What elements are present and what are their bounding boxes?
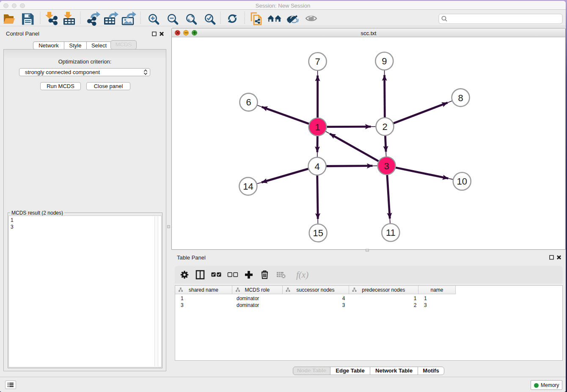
- svg-text:10: 10: [457, 176, 467, 187]
- svg-text:15: 15: [313, 228, 323, 238]
- svg-text:2: 2: [382, 121, 387, 132]
- svg-text:4: 4: [314, 161, 319, 172]
- svg-text:14: 14: [243, 181, 253, 192]
- svg-text:1: 1: [315, 122, 320, 133]
- svg-text:3: 3: [384, 161, 389, 171]
- svg-text:8: 8: [458, 93, 463, 103]
- svg-text:11: 11: [386, 227, 396, 238]
- svg-text:6: 6: [246, 97, 251, 108]
- svg-text:7: 7: [315, 56, 320, 67]
- svg-text:9: 9: [382, 56, 387, 66]
- svg-text:f(x): f(x): [296, 270, 308, 280]
